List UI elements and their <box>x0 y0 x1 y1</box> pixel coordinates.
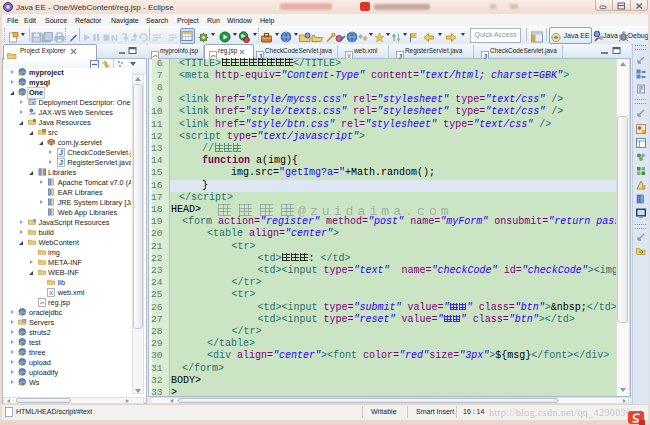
svg-text:J: J <box>59 149 63 157</box>
svg-text:J: J <box>59 159 63 167</box>
svg-text:N: N <box>111 33 118 43</box>
